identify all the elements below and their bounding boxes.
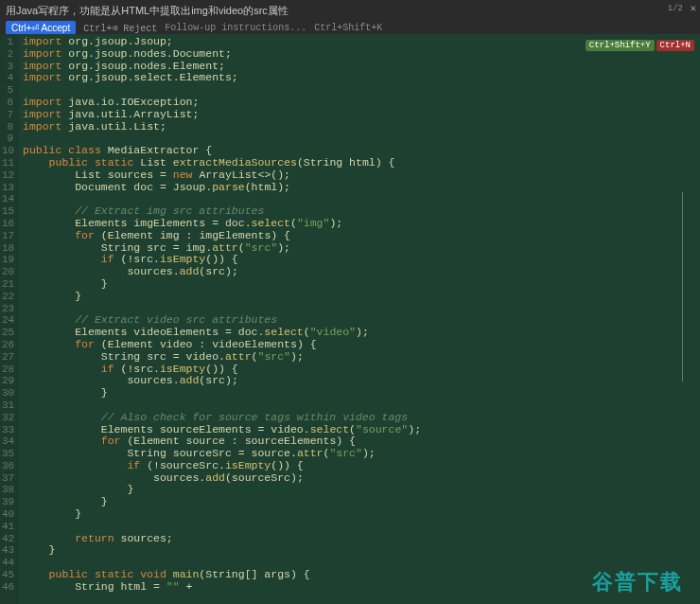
badge-shortcut-y: Ctrl+Shift+Y bbox=[586, 40, 655, 51]
prompt-text: 用Java写程序，功能是从HTML中提取出img和video的src属性 bbox=[6, 4, 289, 18]
action-row: Ctrl+⏎ Accept Ctrl+⌫ Reject Follow-up in… bbox=[6, 21, 382, 35]
code-area[interactable]: import org.jsoup.Jsoup;import org.jsoup.… bbox=[19, 34, 700, 604]
accept-button[interactable]: Ctrl+⏎ Accept bbox=[6, 21, 76, 35]
close-icon[interactable]: ✕ bbox=[690, 2, 696, 14]
pager-indicator: 1/2 bbox=[668, 4, 683, 13]
minimap-scrollbar[interactable] bbox=[682, 192, 683, 382]
inline-chat-panel: 用Java写程序，功能是从HTML中提取出img和video的src属性 Ctr… bbox=[0, 0, 700, 34]
watermark-text: 谷普下载 bbox=[592, 568, 683, 596]
code-editor[interactable]: 1234567891011121314151617181920212223242… bbox=[0, 34, 700, 604]
reject-button[interactable]: Ctrl+⌫ Reject bbox=[83, 23, 157, 34]
line-number-gutter: 1234567891011121314151617181920212223242… bbox=[0, 34, 19, 604]
shortcut-badges: Ctrl+Shift+Y Ctrl+N bbox=[586, 40, 694, 51]
followup-hint[interactable]: Follow-up instructions... bbox=[165, 23, 306, 33]
shortcut-hint: Ctrl+Shift+K bbox=[314, 23, 382, 33]
badge-shortcut-n: Ctrl+N bbox=[656, 40, 694, 51]
